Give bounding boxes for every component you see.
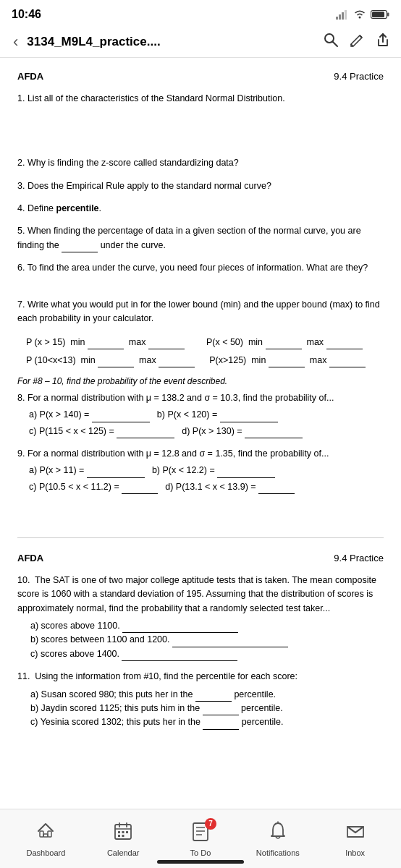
todo-badge: 7 <box>205 818 216 830</box>
svg-rect-2 <box>342 12 344 20</box>
question-4: 4. Define percentile. <box>17 202 384 216</box>
q11c: c) Yesinia scored 1302; this puts her in… <box>30 715 384 729</box>
q4-text: 4. Define percentile. <box>17 203 101 213</box>
q9-header: 9. For a normal distribution with μ = 12… <box>17 447 384 461</box>
q8c: c) P(115 < x < 125) = <box>29 425 174 438</box>
q8-row2: c) P(115 < x < 125) = d) P(x > 130) = <box>29 425 384 438</box>
document-content: AFDA 9.4 Practice 1. List all of the cha… <box>0 58 401 796</box>
calendar-icon <box>113 821 133 846</box>
q8-row1: a) P(x > 140) = b) P(x < 120) = <box>29 408 384 422</box>
q8a: a) P(x > 140) = <box>29 408 150 422</box>
q11b: b) Jaydin scored 1125; this puts him in … <box>30 702 384 715</box>
header-left-p2: AFDA <box>17 551 43 566</box>
edit-button[interactable] <box>349 32 365 51</box>
italic-note: For #8 – 10, find the probability of the… <box>17 375 384 388</box>
question-2: 2. Why is finding the z-score called sta… <box>17 156 384 170</box>
tab-calendar[interactable]: Calendar <box>85 821 162 857</box>
q10a: a) scores above 1100. <box>30 619 384 633</box>
question-3: 3. Does the Empirical Rule apply to the … <box>17 179 384 193</box>
svg-rect-7 <box>372 12 384 17</box>
q6-text: 6. To find the area under the curve, you… <box>17 263 368 273</box>
question-6: 6. To find the area under the curve, you… <box>17 261 384 289</box>
q10-parts: a) scores above 1100. b) scores between … <box>30 619 384 661</box>
tab-bar: Dashboard Calendar <box>0 809 401 868</box>
tab-notifications[interactable]: Notifications <box>239 821 316 857</box>
q9a: a) P(x > 11) = <box>29 464 145 477</box>
tab-dashboard-label: Dashboard <box>26 848 65 857</box>
prob-row-1: P (x > 15) min max P(x < 50) min max <box>26 335 384 349</box>
notifications-icon <box>268 821 288 846</box>
q10b: b) scores between 1100 and 1200. <box>30 633 384 647</box>
status-time: 10:46 <box>12 8 41 21</box>
question-5: 5. When finding the percentage of data i… <box>17 224 384 252</box>
tab-todo-label: To Do <box>190 848 211 857</box>
question-8: 8. For a normal distribution with μ = 13… <box>17 391 384 438</box>
q8-header: 8. For a normal distribution with μ = 13… <box>17 391 384 405</box>
q10-text: 10. The SAT is one of two major college … <box>17 574 384 616</box>
q1-text: List all of the characteristics of the S… <box>28 93 285 103</box>
edit-icon <box>349 32 365 48</box>
q3-text: 3. Does the Empirical Rule apply to the … <box>17 181 271 191</box>
q9b: b) P(x < 12.2) = <box>152 464 275 477</box>
svg-rect-1 <box>339 14 341 20</box>
prob-table: P (x > 15) min max P(x < 50) min max P (… <box>26 335 384 367</box>
q9-row1: a) P(x > 11) = b) P(x < 12.2) = <box>29 464 384 477</box>
nav-title: 3134_M9L4_practice.... <box>27 35 317 49</box>
prob-row-2: P (10<x<13) min max P(x>125) min max <box>26 353 384 367</box>
question-11: 11. Using the information from #10, find… <box>17 670 384 730</box>
prob-row1-right: P(x < 50) min max <box>206 335 363 349</box>
q11-text: 11. Using the information from #10, find… <box>17 670 384 684</box>
q8b: b) P(x < 120) = <box>157 408 278 422</box>
todo-icon: 7 <box>190 821 211 846</box>
q9c: c) P(10.5 < x < 11.2) = <box>29 480 158 494</box>
tab-inbox-label: Inbox <box>345 848 365 857</box>
page-spacer <box>17 503 384 524</box>
header-right-p2: 9.4 Practice <box>334 551 384 566</box>
q5-text: 5. When finding the percentage of data i… <box>17 226 361 250</box>
page2-header: AFDA 9.4 Practice <box>17 551 384 566</box>
prob-row1-left: P (x > 15) min max <box>26 335 185 349</box>
q1-number: 1. <box>17 93 28 103</box>
tab-todo[interactable]: 7 To Do <box>162 821 240 857</box>
svg-rect-3 <box>345 10 347 20</box>
back-button[interactable]: ‹ <box>10 33 21 51</box>
q2-text: 2. Why is finding the z-score called sta… <box>17 158 239 168</box>
svg-rect-12 <box>43 834 48 837</box>
prob-row2-right: P(x>125) min max <box>209 353 366 367</box>
tab-calendar-label: Calendar <box>107 848 140 857</box>
q8-parts: a) P(x > 140) = b) P(x < 120) = c) P(115… <box>29 408 384 438</box>
svg-rect-20 <box>118 835 120 837</box>
search-button[interactable] <box>323 32 339 51</box>
status-bar: 10:46 <box>0 0 401 26</box>
q9-parts: a) P(x > 11) = b) P(x < 12.2) = c) P(10.… <box>29 464 384 494</box>
page1-header: AFDA 9.4 Practice <box>17 69 384 85</box>
q7-text: 7. Write what you would put in for the l… <box>17 299 380 323</box>
page-divider <box>17 537 384 538</box>
svg-rect-6 <box>387 13 389 17</box>
question-9: 9. For a normal distribution with μ = 12… <box>17 447 384 494</box>
svg-rect-18 <box>122 831 124 833</box>
home-indicator <box>157 860 244 864</box>
share-button[interactable] <box>375 32 391 51</box>
inbox-icon <box>345 821 366 846</box>
q9-row2: c) P(10.5 < x < 11.2) = d) P(13.1 < x < … <box>29 480 384 494</box>
svg-rect-19 <box>126 831 128 833</box>
tab-dashboard[interactable]: Dashboard <box>7 821 85 857</box>
header-right-p1: 9.4 Practice <box>334 69 384 85</box>
svg-point-4 <box>359 17 361 19</box>
battery-icon <box>371 9 389 20</box>
svg-rect-0 <box>336 17 338 20</box>
signal-icon <box>336 9 349 20</box>
tab-inbox[interactable]: Inbox <box>316 821 394 857</box>
svg-rect-21 <box>122 835 124 837</box>
svg-rect-17 <box>118 831 120 833</box>
q10c: c) scores above 1400. <box>30 647 384 661</box>
question-7: 7. Write what you would put in for the l… <box>17 298 384 326</box>
q9d: d) P(13.1 < x < 13.9) = <box>165 480 295 494</box>
nav-icons <box>323 32 391 51</box>
dashboard-icon <box>35 821 56 846</box>
q11a: a) Susan scored 980; this puts her in th… <box>30 688 384 702</box>
wifi-icon <box>353 9 366 20</box>
svg-line-9 <box>333 42 338 47</box>
header-left-p1: AFDA <box>17 69 43 85</box>
